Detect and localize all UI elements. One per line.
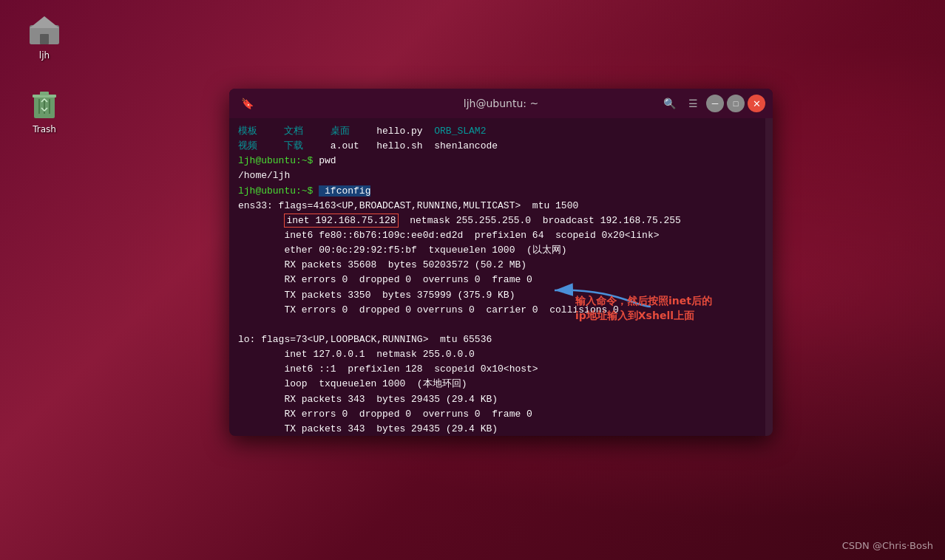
menu-button[interactable]: ☰ xyxy=(682,93,703,114)
annotation-text: 输入命令，然后按照inet后的ip地址输入到Xshell上面 xyxy=(575,294,712,323)
desktop: ljh Trash 🔖 ljh@ubuntu: ~ xyxy=(0,0,945,560)
term-line: RX errors 0 dropped 0 overruns 0 frame 0 xyxy=(238,407,756,422)
desktop-icon-home[interactable]: ljh xyxy=(15,7,74,65)
title-bar: 🔖 ljh@ubuntu: ~ 🔍 ☰ ─ □ ✕ xyxy=(229,89,773,118)
term-line: 模板 文档 桌面 hello.py ORB_SLAM2 xyxy=(238,124,756,139)
term-line-lo: lo: flags=73<UP,LOOPBACK,RUNNING> mtu 65… xyxy=(238,332,756,347)
trash-icon xyxy=(27,86,62,121)
term-line: TX packets 343 bytes 29435 (29.4 KB) xyxy=(238,422,756,436)
term-line: ether 00:0c:29:92:f5:bf txqueuelen 1000 … xyxy=(238,243,756,258)
term-line: RX errors 0 dropped 0 overruns 0 frame 0 xyxy=(238,273,756,287)
minimize-button[interactable]: ─ xyxy=(706,95,724,112)
term-line: RX packets 343 bytes 29435 (29.4 KB) xyxy=(238,392,756,407)
term-line: 视频 下载 a.out hello.sh shenlancode xyxy=(238,139,756,154)
terminal-content[interactable]: 模板 文档 桌面 hello.py ORB_SLAM2 视频 下载 a.out … xyxy=(229,118,765,436)
title-bar-left: 🔖 xyxy=(237,93,257,114)
home-icon-label: ljh xyxy=(39,50,50,61)
term-line: inet6 fe80::6b76:109c:ee0d:ed2d prefixle… xyxy=(238,228,756,243)
svg-rect-3 xyxy=(40,34,49,44)
home-folder-icon xyxy=(27,12,62,47)
svg-marker-2 xyxy=(30,16,59,28)
term-line: inet6 ::1 prefixlen 128 scopeid 0x10<hos… xyxy=(238,362,756,377)
term-line-ens33: ens33: flags=4163<UP,BROADCAST,RUNNING,M… xyxy=(238,199,756,214)
terminal-title: ljh@ubuntu: ~ xyxy=(464,98,538,109)
search-button[interactable]: 🔍 xyxy=(659,93,680,114)
title-bookmark-icon[interactable]: 🔖 xyxy=(237,93,257,114)
terminal-window: 🔖 ljh@ubuntu: ~ 🔍 ☰ ─ □ ✕ 模板 文档 桌面 hello… xyxy=(229,89,773,436)
term-line-ifconfig: ljh@ubuntu:~$ ifconfig xyxy=(238,184,756,199)
desktop-icon-trash[interactable]: Trash xyxy=(15,81,74,139)
term-line: RX packets 35608 bytes 50203572 (50.2 MB… xyxy=(238,258,756,273)
term-line-inet: inet 192.168.75.128 netmask 255.255.255.… xyxy=(238,214,756,228)
term-line: inet 127.0.0.1 netmask 255.0.0.0 xyxy=(238,347,756,362)
terminal-body: 模板 文档 桌面 hello.py ORB_SLAM2 视频 下载 a.out … xyxy=(229,118,773,436)
term-line-pwd: ljh@ubuntu:~$ pwd xyxy=(238,154,756,168)
svg-rect-6 xyxy=(40,92,49,95)
term-line-pwd-output: /home/ljh xyxy=(238,168,756,183)
watermark: CSDN @Chris·Bosh xyxy=(842,540,933,551)
trash-icon-label: Trash xyxy=(33,124,56,134)
maximize-button[interactable]: □ xyxy=(727,95,745,112)
term-line: loop txqueuelen 1000 (本地环回) xyxy=(238,377,756,392)
title-bar-controls: 🔍 ☰ ─ □ ✕ xyxy=(659,93,765,114)
close-button[interactable]: ✕ xyxy=(748,95,765,112)
annotation-container: 输入命令，然后按照inet后的ip地址输入到Xshell上面 xyxy=(575,294,712,323)
terminal-scrollbar[interactable] xyxy=(765,118,773,436)
